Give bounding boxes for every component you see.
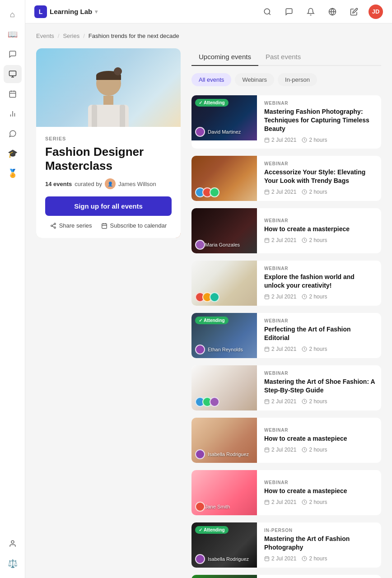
event-card[interactable]: WEBINAR Accessorize Your Style: Elevatin…: [191, 156, 381, 201]
svg-point-17: [54, 227, 56, 228]
event-duration: 2 hours: [302, 346, 327, 352]
event-info: WEBINAR Accessorize Your Style: Elevatin…: [264, 156, 381, 201]
share-label: Share series: [59, 222, 92, 229]
event-meta: 2 Jul 2021 2 hours: [264, 346, 376, 352]
event-card[interactable]: Maria Gonzales WEBINAR How to create a m…: [191, 208, 381, 253]
sidebar-item-badge[interactable]: 🏅: [4, 164, 22, 182]
event-duration: 2 hours: [302, 189, 327, 195]
event-card[interactable]: ✓ Attending Isabella Rodriguez IN-PERSON…: [191, 522, 381, 568]
chat-icon[interactable]: [282, 5, 296, 19]
bell-icon[interactable]: [303, 5, 318, 19]
series-meta: 14 events curated by 👤 James Willson: [45, 178, 172, 189]
sidebar-item-calendar[interactable]: [4, 85, 22, 103]
event-meta: 2 Jul 2021 2 hours: [264, 398, 376, 405]
event-card[interactable]: Maria Gonzales WEBINAR How to create a m…: [191, 575, 381, 578]
app-logo[interactable]: L Learning Lab ▾: [34, 5, 98, 18]
event-card[interactable]: ✓ Attending Ethan Reynolds WEBINAR Perfe…: [191, 313, 381, 358]
event-duration: 2 hours: [302, 499, 327, 505]
tab-past[interactable]: Past events: [258, 48, 308, 66]
breadcrumb-current: Fashion trends for the next decade: [89, 33, 179, 39]
event-host: [195, 292, 253, 302]
check-icon: ✓: [199, 100, 202, 105]
main-content: L Learning Lab ▾ JD E: [25, 0, 392, 578]
host-avatar: [195, 127, 205, 137]
calendar-icon: [101, 223, 107, 229]
sidebar-item-profile[interactable]: [4, 535, 22, 553]
sidebar: ⌂ 📖 🎓 🏅 ⚖️: [0, 0, 25, 578]
event-title: Mastering Fashion Photography: Technique…: [264, 107, 376, 133]
host-avatar: [210, 397, 219, 407]
event-card[interactable]: WEBINAR Mastering the Art of Shoe Fashio…: [191, 365, 381, 410]
event-title: How to create a mastepiece: [264, 487, 376, 495]
event-card[interactable]: WEBINAR Explore the fashion world and un…: [191, 261, 381, 306]
share-series-button[interactable]: Share series: [50, 222, 92, 229]
logo-icon: L: [34, 5, 47, 18]
clock-icon: [302, 137, 307, 143]
event-card[interactable]: Jane Smith WEBINAR How to create a maste…: [191, 470, 381, 515]
event-thumbnail: ✓ Attending Isabella Rodriguez: [191, 522, 257, 568]
series-info-card: SERIES Fashion Designer Masterclass 14 e…: [36, 127, 181, 238]
event-info: WEBINAR How to create a mastepiece 2 Jul…: [264, 470, 381, 515]
filter-webinars[interactable]: Webinars: [235, 73, 274, 86]
event-meta: 2 Jul 2021 2 hours: [264, 189, 376, 195]
event-card[interactable]: Isabella Rodriguez WEBINAR How to create…: [191, 418, 381, 463]
date-text: 2 Jul 2021: [271, 189, 296, 195]
user-avatar[interactable]: JD: [369, 5, 383, 19]
sidebar-item-screen[interactable]: [4, 65, 22, 83]
sidebar-item-home[interactable]: ⌂: [4, 5, 22, 23]
event-date: 2 Jul 2021: [264, 447, 296, 453]
attending-label: Attending: [204, 318, 225, 323]
event-thumbnail: [191, 365, 257, 410]
event-host: [195, 187, 253, 197]
signup-button[interactable]: Sign up for all events: [45, 196, 172, 216]
filter-in-person[interactable]: In-person: [278, 73, 317, 86]
sidebar-item-chat[interactable]: [4, 45, 22, 63]
date-text: 2 Jul 2021: [271, 137, 296, 143]
series-label: SERIES: [45, 136, 172, 141]
duration-text: 2 hours: [309, 447, 327, 453]
host-avatar: [195, 240, 205, 250]
event-host: Isabella Rodriguez: [195, 554, 253, 564]
sidebar-item-message[interactable]: [4, 125, 22, 143]
event-meta: 2 Jul 2021 2 hours: [264, 294, 376, 300]
filter-all-events[interactable]: All events: [191, 73, 231, 86]
globe-icon[interactable]: [325, 5, 340, 19]
sidebar-item-graduation[interactable]: 🎓: [4, 144, 22, 163]
chevron-down-icon: ▾: [95, 9, 98, 15]
event-thumbnail: Maria Gonzales: [191, 208, 257, 253]
sidebar-item-chart[interactable]: [4, 105, 22, 123]
search-icon[interactable]: [260, 5, 275, 19]
pencil-icon[interactable]: [347, 5, 361, 19]
host-name: Maria Gonzales: [205, 242, 240, 247]
share-icon: [50, 223, 56, 229]
clock-icon: [302, 556, 307, 561]
sidebar-item-book[interactable]: 📖: [4, 25, 22, 43]
filter-row: All events Webinars In-person: [191, 73, 381, 86]
subscribe-calendar-button[interactable]: Subscribe to calendar: [101, 222, 167, 229]
svg-rect-54: [265, 448, 269, 452]
date-icon: [264, 294, 270, 299]
event-duration: 2 hours: [302, 137, 327, 143]
host-avatar: [210, 187, 219, 197]
event-card[interactable]: ✓ Attending David Martinez WEBINAR Maste…: [191, 95, 381, 149]
date-text: 2 Jul 2021: [271, 346, 296, 352]
thumb-bg: [191, 575, 257, 578]
sidebar-item-legal[interactable]: ⚖️: [4, 555, 22, 573]
header: L Learning Lab ▾ JD: [25, 0, 392, 23]
svg-rect-59: [265, 500, 269, 504]
event-meta: 2 Jul 2021 2 hours: [264, 555, 376, 562]
tab-upcoming[interactable]: Upcoming events: [191, 48, 258, 66]
clock-icon: [302, 399, 307, 404]
event-type: WEBINAR: [264, 266, 376, 271]
date-text: 2 Jul 2021: [271, 499, 296, 505]
event-thumbnail: Maria Gonzales: [191, 575, 257, 578]
svg-point-15: [54, 223, 56, 225]
breadcrumb-series[interactable]: Series: [63, 33, 79, 39]
event-date: 2 Jul 2021: [264, 499, 296, 505]
breadcrumb-events[interactable]: Events: [36, 33, 54, 39]
breadcrumb: Events / Series / Fashion trends for the…: [36, 33, 381, 39]
series-title: Fashion Designer Masterclass: [45, 145, 172, 173]
event-date: 2 Jul 2021: [264, 189, 296, 195]
event-date: 2 Jul 2021: [264, 398, 296, 405]
event-info: WEBINAR How to create a mastepiece 2 Jul…: [264, 418, 381, 463]
